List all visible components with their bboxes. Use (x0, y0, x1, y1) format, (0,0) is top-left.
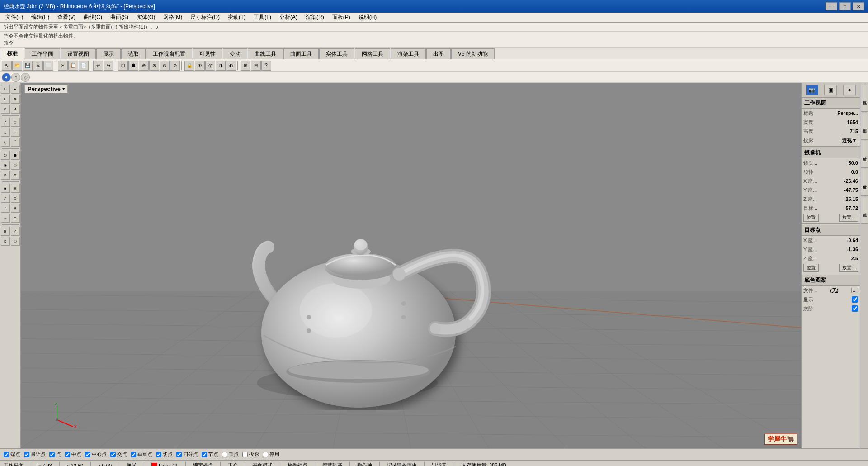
tab-6[interactable]: 可见性 (193, 48, 222, 59)
lt-curve[interactable]: ∿ (1, 138, 10, 147)
snap-checkbox-节点[interactable] (202, 452, 207, 457)
mode-btn-1[interactable]: ● (2, 73, 11, 82)
toolbar-btn-2[interactable]: 📂 (12, 61, 22, 71)
lt-fillet[interactable]: ⌒ (11, 138, 20, 147)
toolbar-btn-snap[interactable]: ⊞ (241, 61, 250, 71)
rp-sphere-icon[interactable]: ● (843, 85, 856, 95)
snap-checkbox-中心点[interactable] (85, 452, 90, 457)
rp-projection-value[interactable]: 透视 ▾ (840, 137, 858, 144)
lt-sweep[interactable]: ⊛ (1, 171, 10, 180)
menu-item-C[interactable]: 曲线(C) (80, 13, 106, 22)
viewport-dropdown-icon[interactable]: ▾ (62, 86, 65, 91)
lt-point[interactable]: ✦ (11, 85, 20, 94)
menu-item-T[interactable]: 变动(T) (224, 13, 249, 22)
lt-loft[interactable]: ⬠ (11, 161, 20, 170)
toolbar-btn-sel2[interactable]: ⬢ (128, 61, 138, 71)
snap-item-交点[interactable]: 交点 (110, 451, 127, 458)
lt-line[interactable]: ╱ (1, 118, 10, 127)
tab-3[interactable]: 显示 (96, 48, 121, 59)
rst-layers[interactable]: 图层 (861, 113, 868, 140)
snap-checkbox-四分点[interactable] (176, 452, 182, 457)
toolbar-btn-lock[interactable]: 🔒 (184, 61, 194, 71)
menu-item-F[interactable]: 文件(F) (2, 13, 27, 22)
lt-text[interactable]: T (11, 214, 20, 223)
lt-copy2[interactable]: ⊡ (11, 194, 20, 203)
rst-material2[interactable]: 材质库 (861, 169, 868, 196)
tab-7[interactable]: 变动 (223, 48, 247, 59)
tab-2[interactable]: 设置视图 (61, 48, 96, 59)
lt-dim[interactable]: ↔ (1, 214, 10, 223)
snap-checkbox-切点[interactable] (156, 452, 161, 457)
rp-tposition-btn[interactable]: 位置 (803, 264, 819, 272)
lt-surface[interactable]: ⬡ (1, 151, 10, 160)
rp-position-btn[interactable]: 位置 (803, 214, 819, 222)
toolbar-btn-gizmo[interactable]: ⊟ (251, 61, 261, 71)
lt-grid[interactable]: ⊞ (1, 227, 10, 236)
rp-set-btn[interactable]: 放置... (839, 214, 858, 222)
maximize-button[interactable]: □ (839, 2, 851, 10)
snap-item-投影[interactable]: 投影 (242, 451, 259, 458)
lt-move[interactable]: ⤢ (1, 194, 10, 203)
snap-item-节点[interactable]: 节点 (202, 451, 218, 458)
mode-btn-2[interactable]: ○ (11, 73, 20, 82)
menu-item-M[interactable]: 网格(M) (160, 13, 186, 22)
snap-checkbox-停用[interactable] (263, 452, 268, 457)
rp-camera-icon[interactable]: 📷 (806, 85, 818, 95)
viewport[interactable]: Perspective ▾ x z 学犀牛🐂 (21, 83, 801, 448)
snap-checkbox-投影[interactable] (242, 452, 248, 457)
menu-item-O[interactable]: 实体(O) (133, 13, 159, 22)
tab-14[interactable]: V6 的新功能 (451, 48, 495, 59)
tab-4[interactable]: 选取 (121, 48, 146, 59)
lt-mesh[interactable]: ⬡ (11, 237, 20, 246)
rp-viewport-icon[interactable]: ▣ (824, 85, 837, 95)
menu-item-V[interactable]: 查看(V) (54, 13, 79, 22)
lt-analyze[interactable]: ⊙ (1, 237, 10, 246)
lt-circle[interactable]: ○ (11, 128, 20, 137)
toolbar-btn-sel6[interactable]: ⊘ (170, 61, 180, 71)
snap-checkbox-垂重点[interactable] (131, 452, 136, 457)
snap-item-最近点[interactable]: 最近点 (24, 451, 46, 458)
menu-item-E[interactable]: 编辑(E) (28, 13, 53, 22)
close-button[interactable]: ✕ (853, 2, 864, 10)
mode-btn-3[interactable]: ◎ (21, 73, 30, 82)
lt-check[interactable]: ✓ (11, 227, 20, 236)
snap-checkbox-最近点[interactable] (24, 452, 29, 457)
lt-select[interactable]: ↖ (1, 85, 10, 94)
snap-item-停用[interactable]: 停用 (263, 451, 279, 458)
toolbar-btn-undo[interactable]: ↩ (93, 61, 103, 71)
toolbar-btn-vis[interactable]: 👁 (195, 61, 205, 71)
toolbar-btn-5[interactable]: ⬜ (43, 61, 53, 71)
tab-11[interactable]: 网格工具 (355, 48, 390, 59)
lt-zoom[interactable]: ⊕ (1, 105, 10, 114)
rst-material[interactable]: 材质 (861, 141, 868, 168)
toolbar-btn-cut[interactable]: ✂ (58, 61, 68, 71)
tab-0[interactable]: 标准 (0, 48, 24, 59)
menu-item-R[interactable]: 渲染(R) (302, 13, 328, 22)
toolbar-btn-layer[interactable]: ◎ (205, 61, 215, 71)
toolbar-btn-4[interactable]: 🖨 (33, 61, 43, 71)
snap-item-中点[interactable]: 中点 (65, 451, 81, 458)
lt-solid[interactable]: ■ (1, 184, 10, 193)
tab-13[interactable]: 出图 (426, 48, 451, 59)
menu-item-S[interactable]: 曲面(S) (107, 13, 132, 22)
lt-rotate[interactable]: ↻ (1, 95, 10, 104)
snap-checkbox-点[interactable] (49, 452, 55, 457)
rp-show-checkbox[interactable] (852, 296, 858, 303)
snap-item-四分点[interactable]: 四分点 (176, 451, 198, 458)
toolbar-btn-copy[interactable]: 📋 (68, 61, 78, 71)
toolbar-btn-render[interactable]: ◑ (216, 61, 226, 71)
toolbar-btn-sel3[interactable]: ⊕ (139, 61, 149, 71)
snap-item-点[interactable]: 点 (49, 451, 61, 458)
rp-gray-checkbox[interactable] (852, 305, 858, 312)
menu-item-L[interactable]: 工具(L) (250, 13, 275, 22)
toolbar-btn-help[interactable]: ? (261, 61, 271, 71)
snap-checkbox-交点[interactable] (110, 452, 116, 457)
lt-revolve[interactable]: ◉ (1, 161, 10, 170)
snap-item-顶点[interactable]: 顶点 (222, 451, 239, 458)
lt-blend[interactable]: ⊜ (11, 171, 20, 180)
menu-item-H[interactable]: 说明(H) (355, 13, 381, 22)
snap-checkbox-顶点[interactable] (222, 452, 227, 457)
snap-checkbox-端点[interactable] (4, 452, 9, 457)
toolbar-btn-sel4[interactable]: ⊗ (149, 61, 159, 71)
lt-extrude[interactable]: ⬢ (11, 151, 20, 160)
